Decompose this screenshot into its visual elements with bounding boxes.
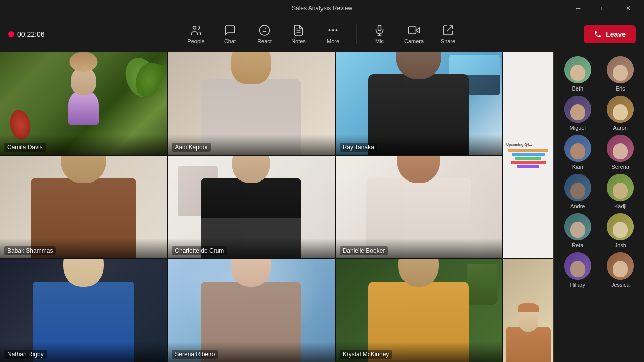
avatar-reta [564,213,591,240]
mic-icon [374,24,386,36]
person-name-miguel: Miguel [570,125,586,131]
notes-icon [293,24,305,36]
person-serena[interactable]: Serena [601,135,640,170]
avatar-hillary [564,252,591,280]
video-tile-ray[interactable]: Ray Tanaka [336,52,502,155]
person-name-kadji: Kadji [614,203,626,209]
people-button[interactable]: People [181,19,211,49]
phone-icon [594,30,602,38]
more-icon [327,24,339,36]
person-beth[interactable]: Beth [558,56,597,92]
participant-name-babak: Babak Shammas [4,246,56,255]
toolbar-actions: People Chat React [181,19,463,49]
video-tile-krystal[interactable]: Krystal McKinney [336,259,502,362]
participant-name-serena-r: Serena Ribeiro [172,350,218,359]
share-icon [442,24,454,36]
person-name-serena: Serena [612,164,629,170]
avatar-miguel [564,96,591,123]
share-label: Share [441,38,455,44]
react-label: React [257,38,272,44]
person-name-beth: Beth [572,85,583,92]
avatar-serena [607,135,634,162]
person-name-reta: Reta [572,242,583,248]
svg-point-1 [260,25,270,35]
participant-name-krystal: Krystal McKinney [340,350,392,359]
svg-point-8 [332,29,334,31]
person-andre[interactable]: Andre [558,174,597,209]
person-name-jessica: Jessica [611,282,630,288]
svg-point-7 [329,29,331,31]
notes-button[interactable]: Notes [284,19,314,49]
person-name-josh: Josh [615,242,626,248]
participant-name-camila: Camila Davis [4,143,46,152]
video-tile-serena-r[interactable]: Serena Ribeiro [168,259,334,362]
notes-label: Notes [291,38,306,44]
person-jessica[interactable]: Jessica [601,252,640,288]
video-tile-danielle[interactable]: Danielle Booker [336,156,502,258]
people-icon [190,24,202,36]
person-reta[interactable]: Reta [558,213,597,248]
participant-name-danielle: Danielle Booker [340,246,388,255]
video-tile-camila[interactable]: Camila Davis [0,52,167,155]
person-miguel[interactable]: Miguel [558,96,597,131]
person-aaron[interactable]: Aaron [601,96,640,131]
svg-rect-10 [378,25,381,31]
react-icon [259,24,271,36]
participant-name-ray: Ray Tanaka [340,143,377,152]
participant-name-charlotte: Charlotte de Crum [172,246,227,255]
people-label: People [187,38,204,44]
avatar-kian [564,135,591,162]
chat-button[interactable]: Chat [215,19,246,49]
avatar-jessica [607,252,634,280]
chat-icon [224,24,236,36]
video-tile-screen[interactable]: Upcoming Q4... [503,52,553,258]
svg-point-0 [193,26,196,29]
person-eric[interactable]: Eric [601,56,640,92]
window-controls: ─ □ ✕ [567,0,640,16]
meeting-timer: 00:22:06 [8,30,45,38]
avatar-beth [564,56,591,83]
mic-button[interactable]: Mic [365,19,395,49]
people-panel: Beth Eric Miguel [553,52,644,362]
main-content: Camila Davis Aadi Kapoor [0,52,644,362]
avatar-kadji [607,174,634,201]
video-tile-babak[interactable]: Babak Shammas [0,156,167,258]
share-button[interactable]: Share [433,19,463,49]
avatar-eric [607,56,634,83]
camera-icon [408,24,420,36]
recording-indicator [8,31,14,37]
video-tile-self[interactable] [503,259,553,362]
timer-value: 00:22:06 [17,30,45,38]
video-tile-aadi[interactable]: Aadi Kapoor [168,52,334,155]
person-name-hillary: Hillary [570,282,585,288]
more-button[interactable]: More [318,19,348,49]
people-grid: Beth Eric Miguel [558,56,640,288]
window-title: Sales Analysis Review [292,5,352,12]
maximize-button[interactable]: □ [592,0,615,16]
more-label: More [327,38,339,44]
svg-point-9 [336,29,338,31]
person-kian[interactable]: Kian [558,135,597,170]
svg-rect-14 [409,27,416,34]
avatar-aaron [607,96,634,123]
mic-label: Mic [375,38,384,44]
close-button[interactable]: ✕ [617,0,640,16]
leave-button[interactable]: Leave [584,25,636,43]
participant-name-aadi: Aadi Kapoor [172,143,211,152]
person-name-eric: Eric [616,85,625,92]
camera-label: Camera [404,38,424,44]
divider [356,24,357,44]
person-kadji[interactable]: Kadji [601,174,640,209]
react-button[interactable]: React [250,19,280,49]
chat-label: Chat [224,38,236,44]
video-grid: Camila Davis Aadi Kapoor [0,52,553,362]
video-tile-nathan[interactable]: Nathan Rigby [0,259,167,362]
person-hillary[interactable]: Hillary [558,252,597,288]
video-tile-charlotte[interactable]: Charlotte de Crum [168,156,334,258]
person-josh[interactable]: Josh [601,213,640,248]
camera-button[interactable]: Camera [399,19,429,49]
title-bar: Sales Analysis Review ─ □ ✕ [0,0,644,16]
minimize-button[interactable]: ─ [567,0,590,16]
toolbar: 00:22:06 People Chat React [0,16,644,52]
svg-marker-13 [416,28,420,33]
